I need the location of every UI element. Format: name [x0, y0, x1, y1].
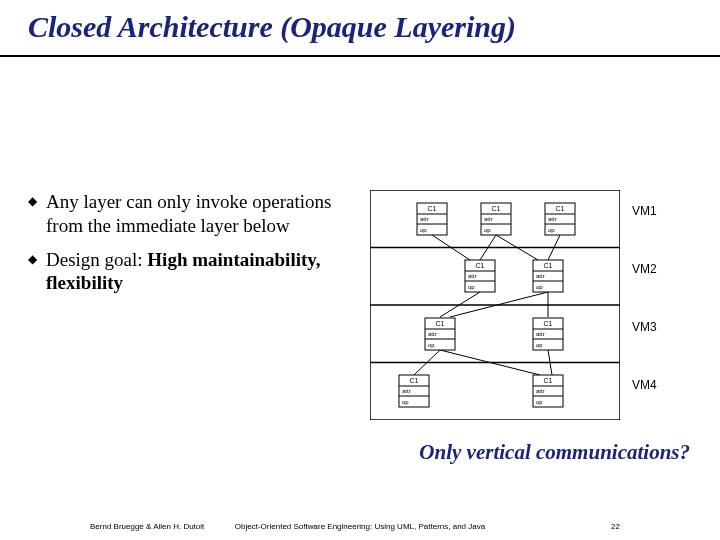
- bullet-text: Any layer can only invoke operations fro…: [46, 190, 348, 238]
- vm-label: VM2: [632, 262, 657, 276]
- slide-title: Closed Architecture (Opaque Layering): [28, 10, 700, 44]
- vm-label: VM3: [632, 320, 657, 334]
- vm-label: VM1: [632, 204, 657, 218]
- vm-label: VM4: [632, 378, 657, 392]
- bullet-list: ◆ Any layer can only invoke operations f…: [28, 190, 348, 305]
- callout-text: Only vertical communications?: [419, 440, 690, 465]
- bullet-item: ◆ Any layer can only invoke operations f…: [28, 190, 348, 238]
- bullet-icon: ◆: [28, 248, 46, 296]
- footer-page-num: 22: [611, 522, 620, 531]
- layer-diagram: C1 attr op VM1 VM2 VM3 VM4: [370, 190, 620, 420]
- bullet-item: ◆ Design goal: High maintainability, fle…: [28, 248, 348, 296]
- bullet-text: Design goal: High maintainability, flexi…: [46, 248, 348, 296]
- title-underline: [0, 55, 720, 57]
- bullet-icon: ◆: [28, 190, 46, 238]
